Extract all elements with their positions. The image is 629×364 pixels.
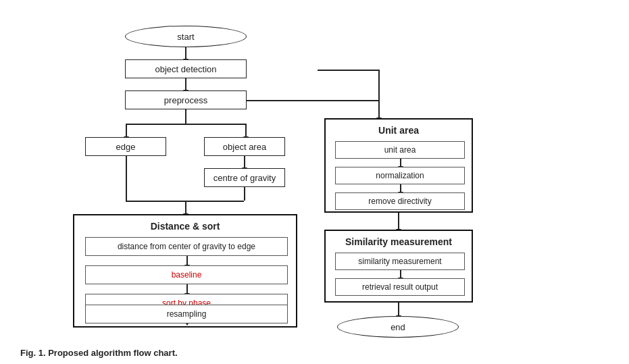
retrieval-result-label: retrieval result output [362, 282, 438, 292]
arrow-cog-down [244, 187, 245, 201]
arrow-preprocess-split [185, 109, 186, 124]
arrow-to-objarea [245, 124, 247, 137]
arrow-baseline-sort [186, 284, 188, 294]
object-area-label: object area [223, 142, 266, 152]
object-detection-label: object detection [155, 64, 216, 74]
end-label: end [391, 322, 405, 332]
start-label: start [177, 32, 194, 42]
similarity-measurement-label: similarity measurement [358, 257, 441, 266]
baseline-label: baseline [172, 270, 202, 280]
remove-directivity-inner: remove directivity [335, 192, 465, 210]
arrow-right-vert-top [378, 70, 380, 111]
resample-label: resampling [167, 309, 207, 319]
similarity-measurement-inner: similarity measurement [335, 253, 465, 270]
similarity-box: Similarity measurement similarity measur… [324, 230, 473, 303]
remove-directivity-label: remove directivity [368, 197, 431, 206]
preprocess-node: preprocess [125, 90, 247, 109]
arrow-objarea-cog [244, 156, 245, 168]
arrow-sim-retrieval [400, 270, 401, 278]
resample-inner-box: resampling [85, 305, 288, 323]
unit-area-title: Unit area [378, 125, 419, 136]
object-detection-node: object detection [125, 59, 247, 78]
distance-sort-title: Distance & sort [151, 221, 220, 232]
edge-node: edge [85, 137, 166, 156]
unit-area-label: unit area [384, 145, 416, 155]
arrow-norm-remove [400, 184, 401, 192]
arrow-to-edge [126, 124, 127, 137]
preprocess-label: preprocess [164, 95, 207, 105]
end-node: end [337, 316, 459, 338]
arrow-split-left [126, 124, 185, 125]
distance-inner-box: distance from center of gravity to edge [85, 237, 288, 256]
edge-label: edge [116, 142, 136, 152]
normalization-inner: normalization [335, 167, 465, 184]
distance-label: distance from center of gravity to edge [118, 242, 255, 251]
baseline-inner-box: baseline [85, 265, 288, 284]
distance-sort-box: Distance & sort distance from center of … [73, 214, 297, 328]
arrow-dist-baseline [186, 256, 188, 265]
similarity-title: Similarity measurement [345, 236, 452, 247]
arrow-join-down [185, 201, 186, 214]
arrow-to-unit-area [378, 108, 380, 118]
arrow-start-objdetect [185, 47, 186, 59]
normalization-label: normalization [376, 171, 424, 180]
object-area-node: object area [204, 137, 285, 156]
caption-text: Proposed algorithm flow chart. [46, 348, 178, 358]
start-node: start [125, 26, 247, 47]
caption: Fig. 1. Proposed algorithm flow chart. [20, 348, 178, 358]
arrow-split-right [185, 124, 246, 125]
arrow-sim-end [398, 303, 399, 316]
arrow-objdetect-preprocess [185, 78, 186, 90]
centre-of-gravity-label: centre of gravity [213, 173, 276, 183]
diagram: start object detection preprocess edge o… [20, 14, 608, 344]
arrow-ua-to-sim [398, 213, 399, 230]
unit-area-inner: unit area [335, 141, 465, 159]
retrieval-result-inner: retrieval result output [335, 278, 465, 296]
caption-fig: Fig. 1. [20, 348, 46, 358]
centre-of-gravity-node: centre of gravity [204, 168, 285, 187]
unit-area-box: Unit area unit area normalization remove… [324, 118, 473, 213]
arrow-ua-norm [400, 159, 401, 167]
arrow-top-right [318, 70, 378, 71]
arrow-preprocess-right [247, 100, 378, 101]
arrow-edge-down [126, 156, 127, 201]
